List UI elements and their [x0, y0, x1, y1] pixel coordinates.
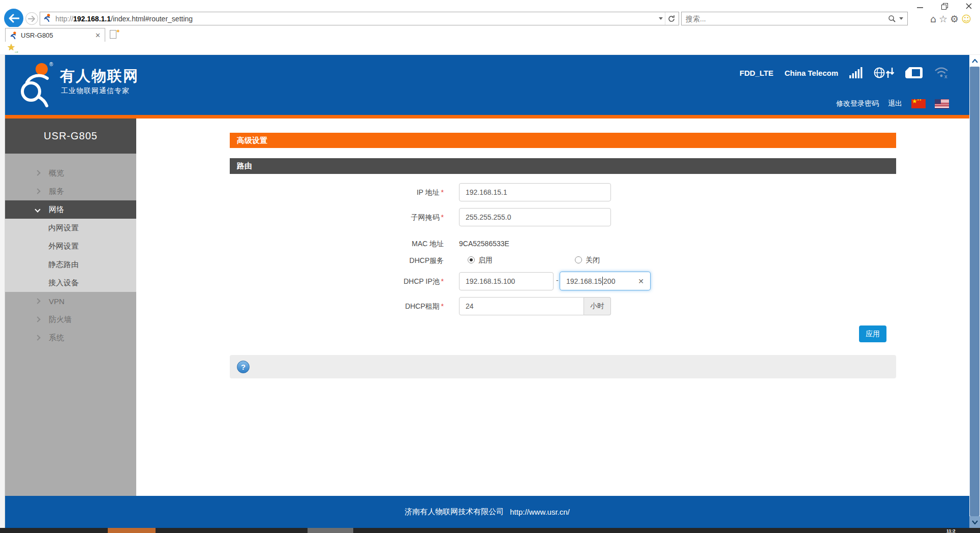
header-links: 修改登录密码 退出 ★★★ [836, 99, 949, 109]
home-icon[interactable]: ⌂ [930, 14, 936, 24]
taskbar-app-active[interactable] [108, 528, 156, 533]
china-flag-icon[interactable]: ★★★ [911, 99, 926, 108]
help-question-icon[interactable]: ? [237, 361, 250, 373]
radio-unselected-icon[interactable] [575, 256, 582, 263]
site-header: ® 有人物联网 工业物联网通信专家 FDD_LTE China Telecom [5, 55, 969, 115]
url-text: http://192.168.1.1/index.html#router_set… [55, 15, 659, 23]
apply-button[interactable]: 应用 [859, 325, 886, 342]
tab-bar: USR-G805 ✕ ✦ [0, 27, 980, 42]
dhcp-service-label: DHCP服务 [327, 256, 444, 265]
url-dropdown-icon[interactable] [659, 17, 663, 20]
wifi-disabled-icon: x [934, 67, 949, 79]
section-title: 路由 [230, 158, 896, 174]
favorites-star-icon[interactable]: ☆ [939, 14, 947, 24]
device-name: USR-G805 [5, 119, 136, 154]
browser-toolbar: ⌂ ☆ ⚙ ☺ [930, 12, 979, 25]
sidebar-item-overview[interactable]: 概览 [5, 164, 136, 182]
add-favorite-icon[interactable]: ★→ [7, 43, 18, 53]
window-minimize-button[interactable] [910, 0, 930, 12]
dhcp-pool-label: DHCP IP池* [327, 277, 444, 286]
chevron-down-icon [972, 520, 978, 524]
sidebar-item-service[interactable]: 服务 [5, 182, 136, 200]
ip-address-label: IP 地址* [327, 188, 444, 197]
chevron-right-icon [35, 316, 40, 322]
main-content: 高级设置 路由 IP 地址* 子网掩码* MAC 地址 9CA52586533E… [136, 119, 969, 496]
new-tab-star-icon: ✦ [116, 28, 120, 35]
page-scrollbar[interactable] [969, 55, 980, 528]
search-input[interactable] [686, 15, 888, 23]
tab-favicon-icon [10, 32, 17, 39]
logout-link[interactable]: 退出 [888, 99, 902, 108]
scroll-down-button[interactable] [969, 516, 980, 528]
sidebar-item-firewall[interactable]: 防火墙 [5, 310, 136, 329]
tab-title: USR-G805 [21, 32, 95, 39]
search-box[interactable] [681, 12, 908, 25]
chevron-right-icon [35, 298, 40, 304]
tab-close-icon[interactable]: ✕ [95, 32, 101, 39]
dhcp-enable-radio[interactable]: 启用 [468, 255, 493, 265]
sidebar-item-system[interactable]: 系统 [5, 329, 136, 347]
new-tab-button[interactable]: ✦ [108, 30, 120, 41]
taskbar-app[interactable] [308, 528, 353, 533]
restore-icon [941, 3, 948, 10]
dhcp-pool-end-input[interactable]: 192.168.15200 ✕ [560, 272, 651, 290]
address-bar[interactable]: http://192.168.1.1/index.html#router_set… [40, 12, 679, 25]
smiley-feedback-icon[interactable]: ☺ [961, 14, 971, 24]
operator-name: China Telecom [784, 69, 838, 77]
site-favicon-icon [43, 14, 51, 23]
dhcp-pool-start-input[interactable] [459, 272, 554, 290]
search-dropdown-icon[interactable] [899, 17, 903, 20]
search-icon[interactable] [888, 15, 896, 23]
favorites-bar: ★→ [0, 42, 980, 55]
page-viewport: ® 有人物联网 工业物联网通信专家 FDD_LTE China Telecom [5, 55, 969, 528]
subnet-mask-label: 子网掩码* [327, 213, 444, 222]
help-bar: ? [230, 355, 896, 378]
usa-flag-icon[interactable] [935, 99, 949, 108]
change-password-link[interactable]: 修改登录密码 [836, 99, 879, 108]
browser-chrome: http://192.168.1.1/index.html#router_set… [0, 0, 980, 55]
screen: http://192.168.1.1/index.html#router_set… [0, 0, 980, 533]
dhcp-lease-label: DHCP租期* [327, 302, 444, 311]
sidebar-item-network[interactable]: 网络 [5, 200, 136, 219]
company-name: 济南有人物联网技术有限公司 [405, 507, 504, 517]
clear-input-icon[interactable]: ✕ [638, 277, 644, 285]
taskbar: 11:2 [0, 528, 980, 533]
lease-unit-addon: 小时 [584, 297, 611, 315]
window-close-button[interactable] [959, 0, 979, 12]
sidebar-subitem-wan[interactable]: 外网设置 [5, 237, 136, 255]
svg-text:x: x [944, 74, 947, 79]
minimize-icon [917, 3, 923, 9]
sidebar-subitem-static-route[interactable]: 静态路由 [5, 255, 136, 274]
dhcp-disable-radio[interactable]: 关闭 [575, 255, 600, 265]
text-caret [602, 277, 603, 285]
page-title: 高级设置 [230, 133, 896, 148]
signal-strength-icon [849, 67, 863, 78]
settings-gear-icon[interactable]: ⚙ [950, 14, 959, 24]
network-type: FDD_LTE [740, 69, 773, 77]
company-website-link[interactable]: http://www.usr.cn/ [510, 508, 570, 516]
browser-tab[interactable]: USR-G805 ✕ [5, 28, 105, 42]
ip-address-input[interactable] [459, 183, 611, 201]
scrollbar-thumb[interactable] [970, 67, 979, 516]
sidebar-subitem-access-devices[interactable]: 接入设备 [5, 274, 136, 292]
window-restore-button[interactable] [934, 0, 955, 12]
browser-back-button[interactable] [4, 9, 23, 28]
sim-card-icon [905, 67, 923, 78]
range-separator: - [556, 276, 559, 284]
usr-logo: ® [18, 61, 54, 108]
subnet-mask-input[interactable] [459, 208, 611, 226]
network-submenu: 内网设置 外网设置 静态路由 接入设备 [5, 219, 136, 292]
status-row: FDD_LTE China Telecom [740, 65, 949, 80]
dhcp-lease-input[interactable] [459, 297, 584, 315]
scroll-up-button[interactable] [969, 55, 980, 67]
browser-forward-button[interactable] [25, 12, 38, 25]
chevron-right-icon [35, 335, 40, 340]
sidebar-subitem-lan[interactable]: 内网设置 [5, 219, 136, 237]
sidebar-item-vpn[interactable]: VPN [5, 292, 136, 310]
refresh-icon[interactable] [667, 15, 676, 23]
taskbar-clock: 11:2 [946, 528, 956, 533]
back-arrow-icon [8, 14, 19, 23]
brand-subtitle: 工业物联网通信专家 [61, 86, 130, 96]
radio-selected-icon[interactable] [468, 256, 475, 263]
svg-text:®: ® [49, 62, 53, 67]
